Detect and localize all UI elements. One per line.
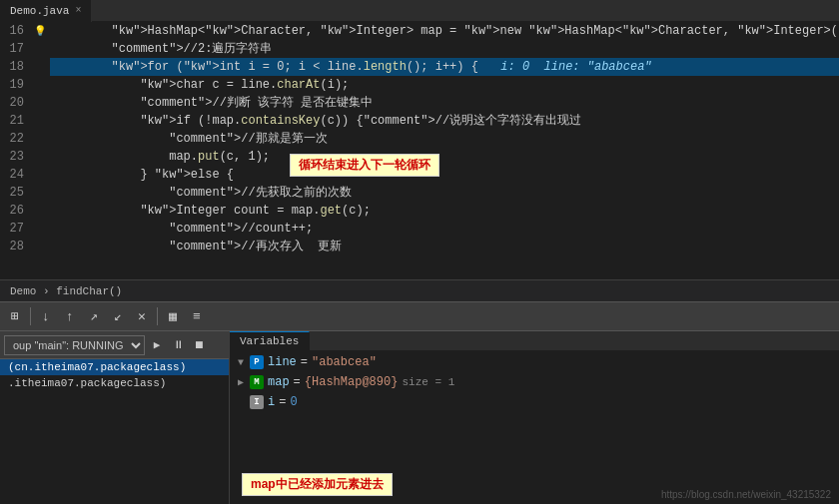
var-value: 0 [290,395,297,409]
line-number: 18 [6,58,24,76]
line-number: 25 [6,184,24,202]
var-equals: = [301,355,308,369]
variable-item[interactable]: ▼Pline = "ababcea" [230,352,839,372]
annotation-box-1: 循环结束进入下一轮循环 [290,154,439,177]
gutter-icon [30,202,50,220]
debug-btn-step-over[interactable]: ↓ [35,305,57,327]
line-number: 28 [6,238,24,255]
thread-pause-btn[interactable]: ⏸ [169,336,187,354]
debug-btn-grid[interactable]: ⊞ [4,305,26,327]
gutter-icon [30,166,50,184]
tab-close-button[interactable]: × [75,5,81,16]
gutter-icon [30,130,50,148]
thread-resume-btn[interactable]: ▶ [148,336,166,354]
var-equals: = [294,375,301,389]
line-number: 23 [6,148,24,166]
var-type-icon: I [250,395,264,409]
thread-stop-btn[interactable]: ⏹ [190,336,208,354]
line-number: 17 [6,40,24,58]
var-name: i [268,395,275,409]
line-number: 27 [6,220,24,238]
debug-btn-menu[interactable]: ≡ [186,305,208,327]
code-line: "comment">//count++; [50,220,839,238]
thread-item[interactable]: (cn.itheima07.packageclass) [0,359,229,375]
toolbar-separator [30,307,31,325]
gutter-icon [30,220,50,238]
debug-value: i: 0 line: "ababcea" [486,60,652,74]
code-line: "kw">char c = line.charAt(i); [50,76,839,94]
line-number: 21 [6,112,24,130]
debug-btn-step-into[interactable]: ↑ [59,305,81,327]
line-number: 24 [6,166,24,184]
variable-item[interactable]: Ii = 0 [230,392,839,412]
debug-btn-step-out[interactable]: ↗ [83,305,105,327]
gutter-icon [30,76,50,94]
tab-bar: Demo.java × [0,0,839,22]
var-name: line [268,355,297,369]
code-line: map.put(c, 1); [50,148,839,166]
gutter-icon [30,40,50,58]
var-name: map [268,375,290,389]
annotation-box-2: map中已经添加元素进去 [242,473,393,496]
panel-tab-bar: Variables [230,331,839,350]
toolbar-separator2 [157,307,158,325]
line-number: 19 [6,76,24,94]
var-equals: = [279,395,286,409]
gutter-icon [30,148,50,166]
var-expand-icon[interactable]: ▼ [238,357,250,368]
watermark: https://blog.csdn.net/weixin_43215322 [661,489,831,500]
code-line: } "kw">else { [50,166,839,184]
var-value: {HashMap@890} [305,375,399,389]
code-line: "comment">//先获取之前的次数 [50,184,839,202]
variables-tab[interactable]: Variables [230,331,310,350]
bottom-area: oup "main": RUNNING ▶ ⏸ ⏹ (cn.itheima07.… [0,331,839,504]
code-line: "comment">//判断 该字符 是否在键集中 [50,94,839,112]
var-type-icon: M [250,375,264,389]
editor-area: 16171819202122232425262728 💡 "kw">HashMa… [0,22,839,279]
line-numbers: 16171819202122232425262728 [0,22,30,279]
code-line: "comment">//再次存入 更新 [50,238,839,255]
code-line: "comment">//2:遍历字符串 [50,40,839,58]
variable-item[interactable]: ▶Mmap = {HashMap@890}size = 1 [230,372,839,392]
thread-list: (cn.itheima07.packageclass).itheima07.pa… [0,359,229,504]
line-number: 22 [6,130,24,148]
var-value: "ababcea" [312,355,377,369]
code-content[interactable]: "kw">HashMap<"kw">Character, "kw">Intege… [50,22,839,279]
var-size: size = 1 [402,376,454,388]
variables-panel: Variables ▼Pline = "ababcea"▶Mmap = {Has… [230,331,839,504]
thread-item[interactable]: .itheima07.packageclass) [0,375,229,391]
gutter-icon [30,94,50,112]
gutter-icon [30,58,50,76]
code-line: "comment">//那就是第一次 [50,130,839,148]
file-tab[interactable]: Demo.java × [0,0,92,22]
code-line: "kw">HashMap<"kw">Character, "kw">Intege… [50,22,839,40]
gutter: 💡 [30,22,50,279]
gutter-icon: 💡 [30,22,50,40]
var-type-icon: P [250,355,264,369]
line-number: 20 [6,94,24,112]
debug-btn-return[interactable]: ↙ [107,305,129,327]
code-line: "kw">for ("kw">int i = 0; i < line.lengt… [50,58,839,76]
var-expand-icon[interactable]: ▶ [238,376,250,388]
tab-filename: Demo.java [10,5,69,17]
thread-toolbar: oup "main": RUNNING ▶ ⏸ ⏹ [0,331,229,359]
thread-panel: oup "main": RUNNING ▶ ⏸ ⏹ (cn.itheima07.… [0,331,230,504]
code-line: "kw">if (!map.containsKey(c)) {"comment"… [50,112,839,130]
debug-toolbar: ⊞ ↓ ↑ ↗ ↙ ✕ ▦ ≡ [0,301,839,331]
gutter-icon [30,112,50,130]
code-line: "kw">Integer count = map.get(c); [50,202,839,220]
line-number: 16 [6,22,24,40]
debug-btn-layout[interactable]: ▦ [162,305,184,327]
debug-btn-drop[interactable]: ✕ [131,305,153,327]
gutter-icon [30,238,50,255]
line-number: 26 [6,202,24,220]
gutter-icon [30,184,50,202]
breadcrumb: Demo › findChar() [0,279,839,301]
thread-select[interactable]: oup "main": RUNNING [4,335,145,355]
variables-list: ▼Pline = "ababcea"▶Mmap = {HashMap@890}s… [230,350,839,504]
